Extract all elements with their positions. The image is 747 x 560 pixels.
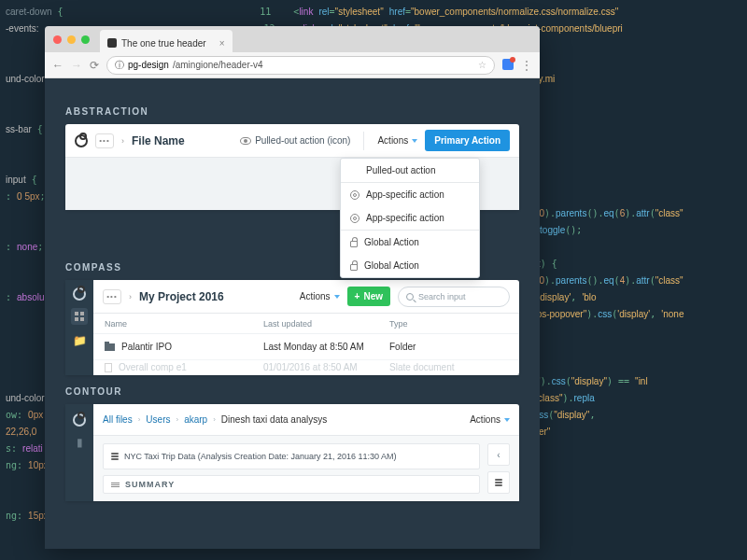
dropdown-item[interactable]: App-specific action (341, 206, 479, 230)
compass-sidebar: 📁 (65, 280, 93, 375)
dropdown-item[interactable]: Pulled-out action (341, 159, 479, 182)
browser-tab[interactable]: The one true header × (100, 30, 233, 52)
window-min-icon[interactable] (67, 35, 76, 44)
chevron-right-icon: › (121, 136, 124, 146)
tab-close-icon[interactable]: × (219, 38, 225, 49)
actions-dropdown-trigger[interactable]: Actions (377, 135, 417, 146)
contour-body: NYC Taxi Trip Data (Analysis Creation Da… (93, 436, 519, 501)
new-button[interactable]: +New (347, 287, 390, 306)
database-icon (111, 453, 119, 460)
contour-header: All files› Users› akarp› Dinesh taxi dat… (93, 404, 519, 436)
tab-title: The one true header (121, 38, 206, 49)
database-icon (495, 479, 502, 486)
grid-icon[interactable] (71, 308, 88, 325)
product-logo-icon (73, 413, 86, 427)
breadcrumb[interactable]: Users (146, 414, 170, 425)
actions-dropdown-trigger[interactable]: Actions (470, 414, 510, 425)
abstraction-panel: ••• › File Name Pulled-out action (icon)… (65, 124, 519, 210)
compass-header: ••• › My Project 2016 Actions +New Searc… (93, 280, 519, 314)
product-logo-icon (73, 287, 86, 301)
summary-section[interactable]: SUMMARY (103, 475, 480, 494)
caret-down-icon (504, 418, 510, 422)
contour-panel: ▮ All files› Users› akarp› Dinesh taxi d… (65, 404, 519, 501)
chevron-right-icon: › (129, 292, 132, 301)
dataset-card[interactable]: NYC Taxi Trip Data (Analysis Creation Da… (103, 443, 480, 469)
section-title-abstraction: ABSTRACTION (65, 106, 519, 117)
col-type[interactable]: Type (389, 319, 508, 329)
table-row[interactable]: Overall comp e1 01/01/2016 at 8:50 AM Sl… (93, 360, 519, 375)
window-close-icon[interactable] (53, 35, 62, 44)
pulled-out-action[interactable]: Pulled-out action (icon) (240, 135, 350, 146)
caret-down-icon (334, 295, 340, 299)
breadcrumb[interactable]: All files (103, 414, 133, 425)
gear-icon (350, 190, 359, 200)
dropdown-item[interactable]: App-specific action (341, 183, 479, 206)
file-name: File Name (132, 134, 185, 147)
caret-down-icon (412, 139, 417, 143)
reload-icon[interactable]: ⟳ (90, 59, 99, 72)
dropdown-item[interactable]: Global Action (341, 231, 479, 254)
list-icon (111, 483, 120, 487)
actions-dropdown-trigger[interactable]: Actions (300, 291, 340, 301)
menu-icon[interactable]: ⋮ (521, 59, 532, 72)
url-path: /amingione/header-v4 (173, 60, 263, 70)
table-row[interactable]: Palantir IPO Last Monday at 8:50 AM Fold… (93, 334, 519, 360)
plus-icon: + (355, 291, 360, 301)
contour-aside: ‹ (487, 443, 510, 494)
browser-window: The one true header × ← → ⟳ ⓘ pg-design/… (45, 26, 540, 549)
lock-icon (350, 264, 358, 271)
collapse-button[interactable]: ‹ (487, 443, 510, 466)
browser-tabbar: The one true header × (45, 26, 540, 52)
dropdown-item[interactable]: Global Action (341, 254, 479, 277)
primary-action-button[interactable]: Primary Action (425, 130, 510, 151)
contour-sidebar: ▮ (65, 404, 93, 501)
url-field[interactable]: ⓘ pg-design/amingione/header-v4 ☆ (106, 56, 495, 75)
search-icon (406, 293, 414, 301)
col-updated[interactable]: Last updated (263, 319, 389, 329)
actions-dropdown: Pulled-out action App-specific action Ap… (340, 158, 480, 278)
kebab-button[interactable]: ••• (95, 133, 114, 148)
page-body: ABSTRACTION ••• › File Name Pulled-out a… (45, 78, 540, 518)
forward-icon[interactable]: → (71, 59, 82, 72)
breadcrumb[interactable]: akarp (184, 414, 207, 425)
extension-icon[interactable] (502, 59, 514, 70)
favicon-icon (107, 38, 117, 48)
breadcrumb-current: Dinesh taxi data analysys (221, 414, 327, 425)
project-name: My Project 2016 (139, 290, 224, 303)
window-max-icon[interactable] (81, 35, 90, 44)
col-name[interactable]: Name (105, 319, 263, 329)
document-icon (105, 363, 112, 372)
folder-icon[interactable]: ▮ (77, 436, 83, 449)
lock-icon (350, 241, 358, 247)
section-title-contour: CONTOUR (65, 386, 519, 397)
search-input[interactable]: Search input (398, 287, 510, 307)
folder-icon (105, 343, 115, 351)
gear-icon (350, 214, 359, 223)
product-logo-icon (75, 134, 88, 147)
url-host: pg-design (128, 60, 169, 70)
compass-panel: 📁 ••• › My Project 2016 Actions +New Sea… (65, 280, 519, 375)
address-bar: ← → ⟳ ⓘ pg-design/amingione/header-v4 ☆ … (45, 52, 540, 78)
folder-icon[interactable]: 📁 (71, 332, 88, 349)
star-icon[interactable]: ☆ (478, 60, 486, 70)
kebab-button[interactable]: ••• (103, 289, 121, 304)
table-header: Name Last updated Type (93, 314, 519, 334)
info-icon: ⓘ (115, 59, 124, 72)
database-button[interactable] (487, 471, 510, 494)
eye-icon (240, 137, 251, 145)
abstraction-header: ••• › File Name Pulled-out action (icon)… (65, 124, 519, 158)
back-icon[interactable]: ← (52, 59, 63, 72)
